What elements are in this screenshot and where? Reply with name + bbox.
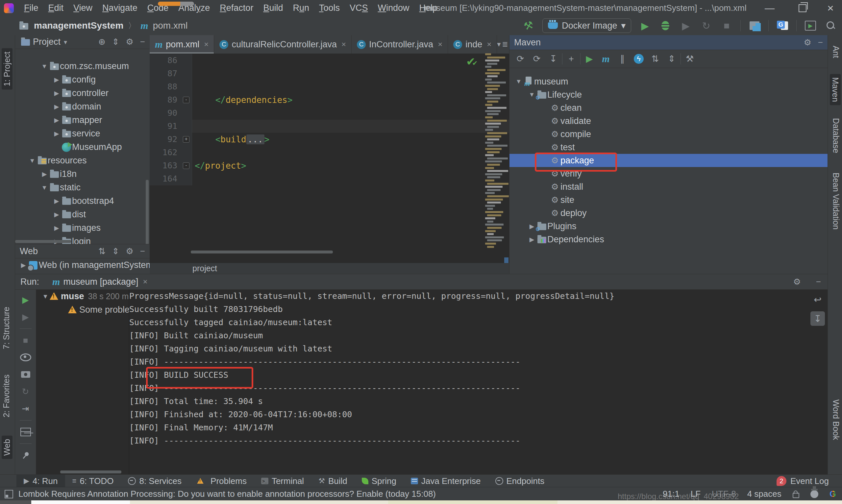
debug-button[interactable]: [659, 19, 672, 32]
gear-icon[interactable]: ⚙: [126, 37, 133, 47]
scroll-to-end-icon[interactable]: ↧: [810, 311, 825, 326]
editor-tab-culturalreliccontroller-java[interactable]: CculturalRelicController.java×: [214, 35, 352, 54]
menu-vcs[interactable]: VCS: [345, 3, 373, 13]
event-log-button[interactable]: 2 Event Log: [776, 476, 842, 486]
tree-expander[interactable]: ▶: [52, 211, 61, 218]
maven-tree-item-museum[interactable]: ▼museum: [509, 75, 827, 88]
window-close-button[interactable]: ×: [819, 0, 842, 16]
chevron-down-icon[interactable]: ▼: [41, 293, 50, 300]
hide-panel-icon[interactable]: −: [140, 246, 145, 256]
thread-dump-button[interactable]: [20, 369, 31, 380]
editor-tab-pom-xml[interactable]: mpom.xml×: [150, 35, 214, 54]
tree-expander[interactable]: ▶: [52, 130, 61, 138]
execute-goal-icon[interactable]: m: [598, 52, 613, 66]
run-configuration-select[interactable]: Docker Image ▾: [542, 18, 631, 33]
project-tree-item-mapper[interactable]: ▶mapper: [15, 113, 150, 127]
left-stripe-2-favorites[interactable]: 2: Favorites: [2, 375, 11, 417]
editor-horizontal-scrollbar[interactable]: [191, 251, 333, 253]
menu-run[interactable]: Run: [288, 3, 314, 13]
maven-tree-item-plugins[interactable]: ▶Plugins: [509, 220, 827, 233]
expand-all-icon[interactable]: ⇅: [648, 52, 663, 66]
project-tree-item-service[interactable]: ▶service: [15, 127, 150, 140]
project-tree-item-dist[interactable]: ▶dist: [15, 208, 150, 221]
maven-tree-item-package[interactable]: ⚙package: [509, 154, 827, 167]
plugin-icon[interactable]: [810, 490, 818, 498]
code-line-90[interactable]: 90: [150, 107, 509, 120]
right-stripe-ant[interactable]: Ant: [831, 46, 841, 58]
toolwindow-button-6-todo[interactable]: ≡6: TODO: [65, 475, 121, 487]
menu-edit[interactable]: Edit: [43, 3, 69, 13]
expand-all-icon[interactable]: ⇅: [98, 246, 106, 256]
run-tree-root[interactable]: ▼ muse 38 s 200 ms: [36, 290, 129, 303]
project-tree-item-com.zsc.museum[interactable]: ▼com.zsc.museum: [15, 59, 150, 73]
chevron-down-icon[interactable]: ▾: [64, 38, 67, 46]
hide-panel-icon[interactable]: −: [140, 37, 145, 47]
menu-tools[interactable]: Tools: [314, 3, 345, 13]
code-line-86[interactable]: 86: [150, 54, 509, 67]
code-line-163[interactable]: 163-</project>: [150, 159, 509, 172]
project-view-selector[interactable]: Project: [33, 37, 60, 47]
code-line-92[interactable]: 92+ <build...>: [150, 133, 509, 146]
maven-tree-item-clean[interactable]: ⚙clean: [509, 101, 827, 114]
code-line-91[interactable]: 91: [150, 120, 509, 133]
run-button[interactable]: ▶: [639, 19, 651, 32]
close-icon[interactable]: ×: [487, 40, 491, 49]
editor-tab-inde[interactable]: Cinde×: [448, 35, 497, 54]
offline-mode-icon[interactable]: ϟ: [631, 52, 646, 66]
gear-icon[interactable]: ⚙: [804, 37, 811, 48]
tree-expander[interactable]: ▶: [52, 224, 61, 232]
right-stripe-bean-validation[interactable]: Bean Validation: [831, 173, 841, 230]
tool-window-toggle-icon[interactable]: [5, 490, 13, 499]
layout-button[interactable]: [20, 427, 31, 437]
project-vertical-scrollbar[interactable]: [146, 180, 149, 244]
google-icon[interactable]: G: [829, 489, 836, 499]
left-stripe-7-structure[interactable]: 7: Structure: [2, 307, 11, 349]
chevron-right-icon[interactable]: ▶: [19, 262, 28, 269]
search-everywhere-button[interactable]: [824, 19, 837, 32]
download-sources-icon[interactable]: ↧: [546, 52, 561, 66]
toolwindow-button-8-services[interactable]: 8: Services: [121, 475, 189, 487]
menu-view[interactable]: View: [68, 3, 97, 13]
reimport-icon[interactable]: ⟳: [513, 52, 528, 66]
maven-settings-icon[interactable]: ⚒: [682, 52, 697, 66]
menu-build[interactable]: Build: [258, 3, 288, 13]
profiler-button[interactable]: ↻: [700, 19, 713, 32]
fold-collapse-icon[interactable]: -: [183, 162, 190, 169]
code-editor[interactable]: 86878889- </dependencies>909192+ <build.…: [150, 54, 509, 263]
left-stripe-1-project[interactable]: 1: Project: [2, 48, 13, 90]
tree-expander[interactable]: ▼: [40, 184, 49, 191]
maven-tree-item-lifecycle[interactable]: ▼Lifecycle: [509, 88, 827, 101]
maven-tree-item-test[interactable]: ⚙test: [509, 141, 827, 154]
run-console[interactable]: ProgressMessage{id=null, status=null, st…: [129, 290, 808, 475]
soft-wrap-icon[interactable]: ↩: [810, 292, 825, 307]
maven-tree-item-compile[interactable]: ⚙compile: [509, 128, 827, 141]
project-structure-button[interactable]: [748, 19, 761, 32]
run-tree-child[interactable]: Some problem: [36, 303, 129, 317]
hide-panel-icon[interactable]: −: [818, 37, 823, 48]
code-line-89[interactable]: 89- </dependencies>: [150, 93, 509, 107]
breadcrumb-tag[interactable]: project: [192, 264, 217, 273]
run-build-icon[interactable]: ▶: [582, 52, 597, 66]
fold-expand-icon[interactable]: +: [183, 136, 190, 143]
right-stripe-maven[interactable]: Maven: [830, 74, 841, 105]
project-tree-item-static[interactable]: ▼static: [15, 181, 150, 194]
run-tab[interactable]: m museum [package] ×: [52, 276, 147, 287]
pin-tab-button[interactable]: [20, 450, 31, 461]
toolwindow-button-endpoints[interactable]: Endpoints: [488, 475, 552, 487]
close-icon[interactable]: ×: [438, 40, 442, 49]
editor-minimap[interactable]: [485, 53, 509, 251]
rerun-failed-button[interactable]: ▶: [20, 311, 31, 323]
gear-icon[interactable]: ⚙: [793, 277, 801, 287]
stop-button[interactable]: ■: [720, 19, 733, 32]
gear-icon[interactable]: ⚙: [126, 246, 133, 256]
menu-file[interactable]: File: [19, 3, 43, 13]
rerun-button[interactable]: ▶: [20, 294, 31, 305]
translate-button[interactable]: G: [776, 19, 789, 32]
right-stripe-word-book[interactable]: Word Book: [831, 399, 841, 440]
tree-expander[interactable]: ▶: [52, 76, 61, 84]
tree-expander[interactable]: ▶: [40, 170, 49, 178]
restart-debug-button[interactable]: ↻: [20, 386, 31, 397]
close-icon[interactable]: ×: [204, 40, 209, 49]
fold-collapse-icon[interactable]: -: [183, 97, 190, 103]
project-tree-item-controller[interactable]: ▶controller: [15, 87, 150, 100]
